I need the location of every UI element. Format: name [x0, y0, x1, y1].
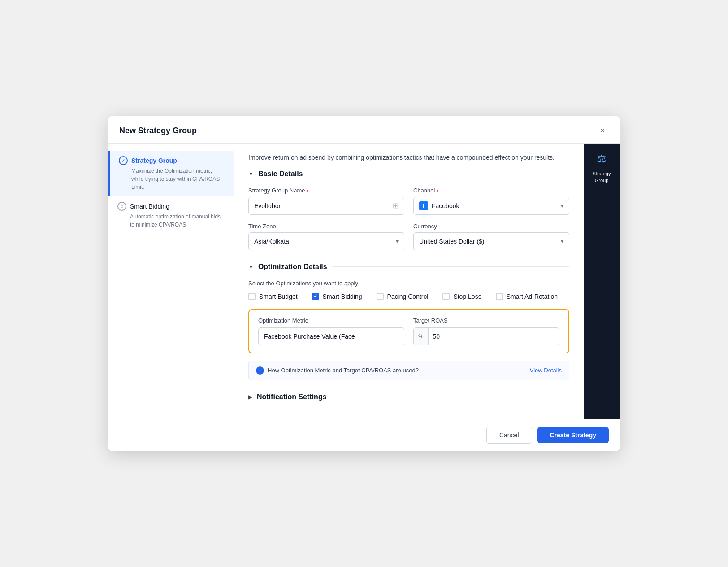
basic-details-collapse-btn[interactable]: ▼	[248, 171, 254, 177]
sidebar-item-title-smart-bidding: Smart Bidding	[130, 203, 169, 210]
smart-bidding-label: Smart Bidding	[323, 293, 362, 300]
optimization-details-header: ▼ Optimization Details	[248, 263, 569, 271]
optimization-details-section: ▼ Optimization Details Select the Optimi…	[248, 263, 569, 380]
info-bar-left: i How Optimization Metric and Target CPA…	[256, 366, 419, 375]
target-roas-field[interactable]	[429, 333, 559, 340]
optimization-instruction: Select the Optimizations you want to app…	[248, 280, 569, 287]
stop-loss-checkbox[interactable]	[442, 293, 450, 300]
basic-details-section: ▼ Basic Details Strategy Group Name • ⊞	[248, 170, 569, 250]
scale-icon: ⚖	[597, 153, 607, 165]
timezone-select[interactable]: Asia/Kolkata ▾	[248, 232, 404, 250]
currency-group: Currency United States Dollar ($) ▾	[413, 223, 569, 250]
optimization-details-title: Optimization Details	[258, 263, 327, 271]
target-roas-label: Target ROAS	[413, 317, 559, 324]
opt-metric-value[interactable]: Facebook Purchase Value (Face	[258, 327, 404, 345]
basic-details-row2: Time Zone Asia/Kolkata ▾ Currency United…	[248, 223, 569, 250]
optimization-details-collapse-btn[interactable]: ▼	[248, 264, 254, 270]
modal-title: New Strategy Group	[119, 126, 197, 135]
basic-details-title: Basic Details	[258, 170, 303, 178]
sidebar-item-desc-strategy-group: Maximize the Optimization metric, while …	[131, 167, 225, 191]
grid-icon: ⊞	[393, 201, 399, 210]
channel-value: f Facebook	[419, 201, 459, 210]
info-bar: i How Optimization Metric and Target CPA…	[248, 361, 569, 380]
roas-prefix: %	[414, 328, 429, 345]
checkbox-pacing-control[interactable]: Pacing Control	[377, 293, 429, 300]
sidebar-item-strategy-group[interactable]: ✓ Strategy Group Maximize the Optimizati…	[108, 151, 234, 196]
intro-text: Improve return on ad spend by combining …	[248, 144, 569, 170]
circle-outline-icon: ○	[117, 202, 126, 211]
timezone-label: Time Zone	[248, 223, 404, 230]
pacing-control-label: Pacing Control	[387, 293, 429, 300]
currency-label: Currency	[413, 223, 569, 230]
close-button[interactable]: ×	[596, 124, 609, 137]
checkbox-smart-budget[interactable]: Smart Budget	[248, 293, 298, 300]
notification-settings-title: Notification Settings	[257, 393, 327, 401]
notification-settings-header: ▶ Notification Settings	[248, 393, 569, 401]
channel-chevron-icon: ▾	[561, 203, 563, 209]
smart-budget-label: Smart Budget	[259, 293, 298, 300]
check-circle-icon: ✓	[119, 156, 128, 165]
modal-header: New Strategy Group ×	[108, 116, 620, 144]
optimization-details-divider	[332, 266, 569, 267]
pacing-control-checkbox[interactable]	[377, 293, 384, 300]
content-area: Improve return on ad spend by combining …	[234, 144, 584, 419]
create-strategy-button[interactable]: Create Strategy	[537, 427, 609, 443]
opt-metric-label: Optimization Metric	[258, 317, 404, 324]
notification-settings-divider	[331, 397, 569, 397]
basic-details-row1: Strategy Group Name • ⊞ Channel •	[248, 187, 569, 215]
timezone-group: Time Zone Asia/Kolkata ▾	[248, 223, 404, 250]
right-panel-label: Strategy Group	[587, 170, 616, 183]
cancel-button[interactable]: Cancel	[486, 427, 532, 444]
smart-budget-checkbox[interactable]	[248, 293, 256, 300]
basic-details-header: ▼ Basic Details	[248, 170, 569, 178]
notification-settings-section: ▶ Notification Settings	[248, 393, 569, 401]
sidebar-item-desc-smart-bidding: Automatic optimization of manual bids to…	[130, 213, 225, 229]
sidebar-item-title-strategy-group: Strategy Group	[131, 157, 177, 164]
currency-select[interactable]: United States Dollar ($) ▾	[413, 232, 569, 250]
smart-ad-rotation-label: Smart Ad-Rotation	[507, 293, 558, 300]
stop-loss-label: Stop Loss	[453, 293, 481, 300]
smart-bidding-checkbox[interactable]	[312, 293, 319, 300]
channel-select[interactable]: f Facebook ▾	[413, 197, 569, 215]
info-bar-text: How Optimization Metric and Target CPA/R…	[268, 367, 419, 374]
required-dot-channel: •	[436, 187, 438, 194]
strategy-group-name-field[interactable]	[254, 202, 393, 209]
strategy-group-name-group: Strategy Group Name • ⊞	[248, 187, 404, 215]
sidebar: ✓ Strategy Group Maximize the Optimizati…	[108, 144, 234, 419]
checkboxes-grid: Smart Budget Smart Bidding Pacing Contro…	[248, 293, 569, 300]
view-details-link[interactable]: View Details	[530, 367, 562, 374]
notification-settings-expand-btn[interactable]: ▶	[248, 394, 252, 400]
basic-details-divider	[308, 174, 570, 174]
target-roas-input-wrap[interactable]: %	[413, 327, 559, 345]
info-icon: i	[256, 366, 264, 375]
right-panel: ⚖ Strategy Group	[584, 144, 620, 419]
channel-label: Channel •	[413, 187, 569, 194]
facebook-icon: f	[419, 201, 428, 210]
strategy-group-name-label: Strategy Group Name •	[248, 187, 404, 194]
timezone-chevron-icon: ▾	[396, 238, 399, 244]
smart-ad-rotation-checkbox[interactable]	[496, 293, 503, 300]
right-panel-icon: ⚖	[594, 151, 610, 167]
checkbox-smart-bidding[interactable]: Smart Bidding	[312, 293, 362, 300]
optimization-metric-box: Optimization Metric Facebook Purchase Va…	[248, 309, 569, 353]
target-roas-group: Target ROAS %	[413, 317, 559, 345]
required-dot-name: •	[306, 187, 308, 194]
sidebar-item-smart-bidding[interactable]: ○ Smart Bidding Automatic optimization o…	[108, 196, 234, 234]
channel-group: Channel • f Facebook ▾	[413, 187, 569, 215]
strategy-group-name-input[interactable]: ⊞	[248, 197, 404, 215]
modal-footer: Cancel Create Strategy	[108, 419, 620, 451]
checkbox-stop-loss[interactable]: Stop Loss	[442, 293, 481, 300]
modal-container: New Strategy Group × ✓ Strategy Group Ma…	[108, 116, 620, 450]
opt-metric-group: Optimization Metric Facebook Purchase Va…	[258, 317, 404, 345]
currency-chevron-icon: ▾	[561, 238, 563, 244]
checkbox-smart-ad-rotation[interactable]: Smart Ad-Rotation	[496, 293, 558, 300]
